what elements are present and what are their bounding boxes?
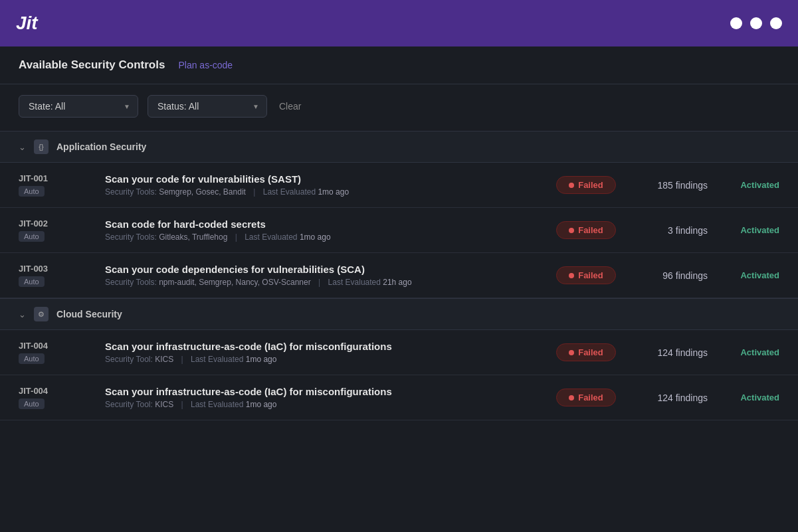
tools-value-0-0: Semgrep, Gosec, Bandit [159,187,246,197]
tools-label-1-1: Security Tool: [105,400,153,409]
activated-label-1-1: Activated [726,393,779,402]
section-chevron-cloud-security[interactable]: ⌄ [19,310,26,319]
clear-filters-button[interactable]: Clear [276,96,304,117]
item-meta-0-0: Security Tools: Semgrep, Gosec, Bandit |… [105,187,543,197]
item-row-1-0[interactable]: JIT-004 Auto Scan your infrastructure-as… [0,330,798,375]
status-dot-1-1 [569,395,574,400]
section-header-cloud-security: ⌄ ⚙ Cloud Security [0,298,798,330]
item-title-0-1: Scan code for hard-coded secrets [105,219,543,230]
item-left-1-0: JIT-004 Auto [19,341,105,364]
item-row-0-2[interactable]: JIT-003 Auto Scan your code dependencies… [0,253,798,298]
item-badge-0-0: Auto [19,186,45,197]
item-badge-0-2: Auto [19,276,45,287]
status-badge-0-2: Failed [556,266,616,284]
item-row-1-1[interactable]: JIT-004 Auto Scan your infrastructure-as… [0,375,798,420]
eval-label-0-0: Last Evaluated [263,187,316,197]
activated-label-0-0: Activated [726,180,779,190]
status-badge-1-1: Failed [556,389,616,406]
tools-label-0-0: Security Tools: [105,187,157,197]
item-title-1-0: Scan your infrastructure-as-code (IaC) f… [105,341,543,352]
separator-1-0: | [181,355,183,364]
item-id-0-0: JIT-001 [19,173,105,183]
header-dot-1[interactable] [730,17,742,29]
status-label-0-2: Failed [578,270,603,280]
separator-0-2: | [318,278,320,287]
header-dot-3[interactable] [770,17,782,29]
status-filter-select[interactable]: Status: All Failed Passed Never Run [148,95,267,118]
item-meta-0-1: Security Tools: Gitleaks, Trufflehog | L… [105,232,543,242]
item-badge-0-1: Auto [19,231,45,242]
status-label-0-1: Failed [578,225,603,235]
section-chevron-app-security[interactable]: ⌄ [19,142,26,152]
tools-value-0-1: Gitleaks, Trufflehog [159,232,227,242]
eval-value-0-1: 1mo ago [300,232,331,242]
plan-as-code-link[interactable]: Plan as-code [178,60,233,70]
findings-0-0: 185 findings [635,180,708,191]
eval-label-0-2: Last Evaluated [328,278,381,287]
section-header-app-security: ⌄ {} Application Security [0,131,798,163]
item-right-0-0: Failed 185 findings Activated [556,176,779,194]
item-center-1-1: Scan your infrastructure-as-code (IaC) f… [105,386,543,409]
item-center-0-2: Scan your code dependencies for vulnerab… [105,264,543,287]
status-label-0-0: Failed [578,180,603,190]
item-meta-0-2: Security Tools: npm-audit, Semgrep, Nanc… [105,278,543,287]
separator-0-1: | [235,232,237,242]
eval-label-1-0: Last Evaluated [191,355,243,364]
eval-value-1-0: 1mo ago [246,355,277,364]
tools-label-1-0: Security Tool: [105,355,153,364]
subheader: Available Security Controls Plan as-code [0,46,798,84]
item-meta-1-1: Security Tool: KICS | Last Evaluated 1mo… [105,400,543,409]
status-badge-1-0: Failed [556,343,616,361]
status-filter-wrapper: Status: All Failed Passed Never Run [148,95,267,118]
eval-value-1-1: 1mo ago [246,400,277,409]
findings-0-2: 96 findings [635,270,708,281]
separator-1-1: | [181,400,183,409]
eval-label-1-1: Last Evaluated [191,400,243,409]
item-left-0-2: JIT-003 Auto [19,264,105,287]
tools-value-1-0: KICS [155,355,173,364]
tools-label-0-1: Security Tools: [105,232,157,242]
header-actions [730,17,782,29]
eval-label-0-1: Last Evaluated [245,232,297,242]
app-header: Jit [0,0,798,46]
tools-value-0-2: npm-audit, Semgrep, Nancy, OSV-Scanner [159,278,311,287]
sections-container: ⌄ {} Application Security JIT-001 Auto S… [0,131,798,420]
activated-label-0-1: Activated [726,225,779,235]
status-dot-0-1 [569,228,574,233]
filters-bar: State: All Activated Deactivated Status:… [0,84,798,131]
status-label-1-1: Failed [578,393,603,402]
findings-1-1: 124 findings [635,393,708,403]
tools-value-1-1: KICS [155,400,173,409]
tools-label-0-2: Security Tools: [105,278,157,287]
state-filter-select[interactable]: State: All Activated Deactivated [19,95,138,118]
section-icon-app-security: {} [34,139,49,154]
status-badge-0-1: Failed [556,221,616,239]
item-row-0-1[interactable]: JIT-002 Auto Scan code for hard-coded se… [0,208,798,253]
item-title-0-0: Scan your code for vulnerabilities (SAST… [105,173,543,185]
status-dot-1-0 [569,350,574,355]
status-badge-0-0: Failed [556,176,616,194]
status-dot-0-0 [569,183,574,188]
header-dot-2[interactable] [750,17,762,29]
item-center-0-0: Scan your code for vulnerabilities (SAST… [105,173,543,197]
item-center-0-1: Scan code for hard-coded secrets Securit… [105,219,543,242]
page-title: Available Security Controls [19,58,165,72]
eval-value-0-2: 21h ago [383,278,411,287]
item-badge-1-0: Auto [19,353,45,364]
activated-label-1-0: Activated [726,347,779,357]
item-row-0-0[interactable]: JIT-001 Auto Scan your code for vulnerab… [0,163,798,208]
findings-0-1: 3 findings [635,225,708,236]
item-meta-1-0: Security Tool: KICS | Last Evaluated 1mo… [105,355,543,364]
item-center-1-0: Scan your infrastructure-as-code (IaC) f… [105,341,543,364]
item-id-0-1: JIT-002 [19,219,105,228]
item-right-0-1: Failed 3 findings Activated [556,221,779,239]
item-badge-1-1: Auto [19,399,45,409]
item-left-0-1: JIT-002 Auto [19,219,105,242]
item-id-0-2: JIT-003 [19,264,105,274]
item-title-0-2: Scan your code dependencies for vulnerab… [105,264,543,275]
findings-1-0: 124 findings [635,347,708,358]
app-logo: Jit [16,13,38,34]
status-dot-0-2 [569,273,574,278]
section-title-app-security: Application Security [56,141,146,152]
item-title-1-1: Scan your infrastructure-as-code (IaC) f… [105,386,543,397]
